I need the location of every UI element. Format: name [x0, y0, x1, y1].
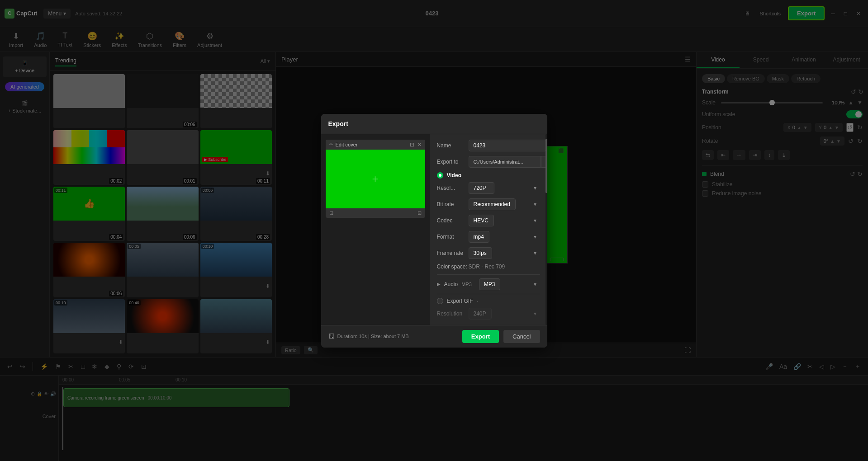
export-to-row: Export to 📁	[437, 156, 540, 168]
frame-rate-label: Frame rate	[437, 250, 469, 256]
name-input[interactable]	[469, 140, 546, 151]
bit-rate-select-wrapper: Low Medium Recommended High	[469, 198, 540, 210]
codec-row: Codec H.264 HEVC	[437, 215, 540, 226]
name-label: Name	[437, 142, 469, 149]
cover-close-icon[interactable]: ✕	[417, 141, 422, 148]
frame-rate-select[interactable]: 24fps 25fps 30fps 50fps 60fps	[469, 247, 492, 259]
audio-format-value: MP3	[461, 282, 472, 287]
gif-res-row: Resolution 240P 360P 480P	[437, 308, 540, 320]
export-modal: Export ✏ Edit cover ⊡ ✕	[321, 114, 547, 348]
duration-text: Duration: 10s | Size: about 7 MB	[337, 334, 409, 339]
modal-header: Export	[321, 114, 547, 134]
modal-preview: ✏ Edit cover ⊡ ✕ + ⊡ ⊡	[321, 134, 430, 325]
modal-settings: Name Export to 📁 Video	[430, 134, 547, 325]
settings-scrollbar-thumb	[545, 139, 547, 193]
codec-select-wrapper: H.264 HEVC	[469, 215, 540, 226]
modal-footer: 🖫 Duration: 10s | Size: about 7 MB Expor…	[321, 325, 547, 348]
audio-section: ▶ Audio MP3 MP3 AAC	[437, 274, 540, 290]
modal-title: Export	[328, 120, 348, 127]
edit-cover-label: Edit cover	[336, 142, 358, 147]
audio-label: Audio	[444, 281, 458, 287]
video-section-label: Video	[447, 172, 461, 179]
preview-cover: ✏ Edit cover ⊡ ✕ + ⊡ ⊡	[326, 140, 425, 218]
edit-cover-label-row: ✏ Edit cover	[329, 142, 358, 147]
gif-res-label: Resolution	[437, 310, 469, 317]
video-section-header: Video	[437, 172, 540, 179]
duration-info: 🖫 Duration: 10s | Size: about 7 MB	[328, 333, 409, 340]
cover-minimize-icon[interactable]: ⊡	[410, 141, 414, 148]
preview-cover-footer: ⊡ ⊡	[326, 208, 425, 218]
gif-res-select-wrapper: 240P 360P 480P	[469, 308, 540, 320]
modal-export-button[interactable]: Export	[462, 330, 499, 343]
gif-label: Export GIF	[447, 298, 473, 304]
audio-format-select-wrapper: MP3 AAC	[479, 278, 540, 290]
name-row: Name	[437, 140, 540, 151]
video-check[interactable]	[437, 172, 443, 179]
format-select-wrapper: mp4 mov	[469, 231, 540, 243]
codec-select[interactable]: H.264 HEVC	[469, 215, 494, 226]
codec-label: Codec	[437, 217, 469, 224]
preview-video: +	[326, 150, 425, 208]
frame-rate-select-wrapper: 24fps 25fps 30fps 50fps 60fps	[469, 247, 540, 259]
duration-icon: 🖫	[328, 333, 335, 340]
preview-cover-icons: ⊡ ✕	[410, 141, 422, 148]
format-select[interactable]: mp4 mov	[469, 231, 489, 243]
cover-back-icon[interactable]: ⊡	[329, 210, 333, 216]
audio-collapse-icon: ▶	[437, 282, 441, 287]
gif-res-select[interactable]: 240P 360P 480P	[469, 308, 492, 320]
resolution-row: Resol... 360P 480P 720P 1080P 2K 4K	[437, 182, 540, 194]
modal-body: ✏ Edit cover ⊡ ✕ + ⊡ ⊡	[321, 134, 547, 325]
audio-format-select[interactable]: MP3 AAC	[479, 278, 500, 290]
modal-cancel-button[interactable]: Cancel	[503, 330, 540, 343]
preview-plus-icon: +	[372, 173, 378, 185]
audio-section-header[interactable]: ▶ Audio MP3 MP3 AAC	[437, 278, 540, 290]
export-path-row: 📁	[469, 156, 547, 168]
edit-icon: ✏	[329, 142, 333, 147]
frame-rate-row: Frame rate 24fps 25fps 30fps 50fps 60fps	[437, 247, 540, 259]
resolution-select-wrapper: 360P 480P 720P 1080P 2K 4K	[469, 182, 540, 194]
gif-dash: ·	[477, 298, 478, 304]
resolution-select[interactable]: 360P 480P 720P 1080P 2K 4K	[469, 182, 494, 194]
video-section: Video Resol... 360P 480P 720P 1080P 2K	[437, 172, 540, 270]
color-space-value: SDR - Rec.709	[469, 263, 505, 270]
export-modal-overlay: Export ✏ Edit cover ⊡ ✕	[0, 0, 868, 461]
gif-checkbox[interactable]	[437, 298, 443, 304]
preview-cover-header: ✏ Edit cover ⊡ ✕	[326, 140, 425, 150]
color-space-row: Color space: SDR - Rec.709	[437, 263, 540, 270]
format-label: Format	[437, 234, 469, 240]
color-space-label: Color space:	[437, 263, 469, 270]
export-path-input[interactable]	[469, 156, 541, 168]
export-to-label: Export to	[437, 159, 469, 165]
resolution-label: Resol...	[437, 185, 469, 191]
gif-section: Export GIF · Resolution 240P 360P 480P	[437, 294, 540, 320]
cover-forward-icon[interactable]: ⊡	[417, 210, 422, 216]
settings-scrollbar[interactable]	[545, 134, 547, 325]
bit-rate-label: Bit rate	[437, 201, 469, 207]
format-row: Format mp4 mov	[437, 231, 540, 243]
gif-header: Export GIF ·	[437, 298, 540, 304]
bit-rate-select[interactable]: Low Medium Recommended High	[469, 198, 516, 210]
bit-rate-row: Bit rate Low Medium Recommended High	[437, 198, 540, 210]
footer-actions: Export Cancel	[462, 330, 540, 343]
